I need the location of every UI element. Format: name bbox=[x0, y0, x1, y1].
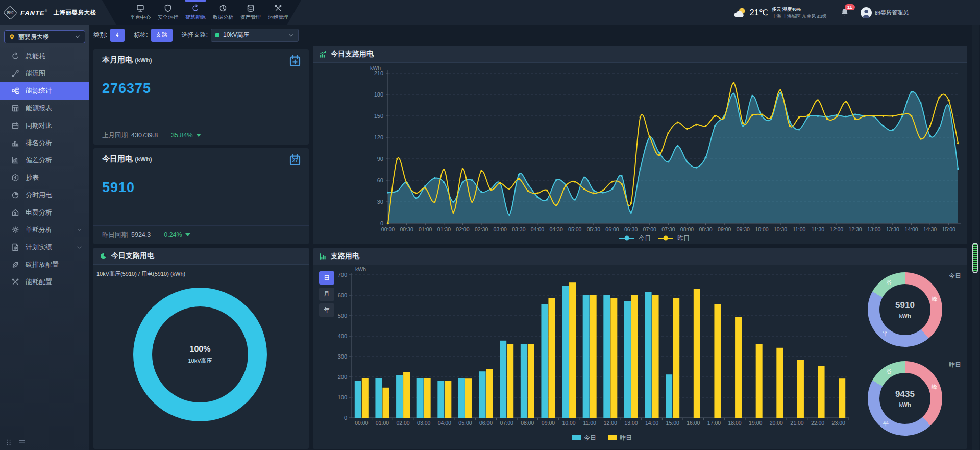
bar-yesterday-11:00[interactable] bbox=[590, 295, 597, 418]
sidebar-item-能耗配置[interactable]: 能耗配置 bbox=[0, 273, 89, 291]
bar-yesterday-05:00[interactable] bbox=[465, 378, 472, 418]
bar-yesterday-19:00[interactable] bbox=[756, 344, 763, 418]
nav-item-智慧能源[interactable]: 智慧能源 bbox=[183, 0, 208, 25]
svg-text:11:30: 11:30 bbox=[812, 226, 825, 232]
bar-today-06:00[interactable] bbox=[479, 371, 486, 418]
calendar-plus-icon[interactable] bbox=[288, 54, 302, 67]
branch-status-dot bbox=[215, 33, 219, 37]
bar-today-13:00[interactable] bbox=[624, 301, 631, 418]
nav-item-资产管理[interactable]: 资产管理 bbox=[238, 0, 263, 25]
bar-today-07:00[interactable] bbox=[500, 341, 506, 418]
bar-yesterday-23:00[interactable] bbox=[839, 378, 845, 418]
username[interactable]: 丽婴房管理员 bbox=[875, 9, 909, 16]
building-selector[interactable]: 丽婴房大楼 bbox=[4, 30, 85, 43]
tag-branch-button[interactable]: 支路 bbox=[151, 29, 173, 42]
legend-item-昨日[interactable]: 昨日 bbox=[658, 234, 690, 242]
legend-item-今日[interactable]: 今日 bbox=[572, 434, 596, 441]
nav-item-安全运行[interactable]: 安全运行 bbox=[155, 0, 181, 25]
slice-label-谷: 谷 bbox=[886, 368, 892, 375]
bar-today-05:00[interactable] bbox=[458, 378, 465, 418]
sidebar-item-抄表[interactable]: 抄表 bbox=[0, 169, 89, 186]
unit-consumption-icon bbox=[11, 226, 19, 234]
notification-badge: 11 bbox=[845, 4, 855, 10]
bar-yesterday-22:00[interactable] bbox=[818, 366, 825, 418]
svg-text:09:00: 09:00 bbox=[542, 420, 555, 426]
bar-yesterday-03:00[interactable] bbox=[424, 378, 431, 418]
bar-yesterday-12:00[interactable] bbox=[610, 298, 617, 418]
bar-today-01:00[interactable] bbox=[375, 378, 382, 418]
sidebar-item-电费分析[interactable]: 电费分析 bbox=[0, 204, 89, 221]
sidebar-item-label: 能耗配置 bbox=[26, 277, 52, 287]
dots-grid-icon[interactable] bbox=[5, 439, 12, 446]
bar-today-11:00[interactable] bbox=[583, 295, 590, 418]
sidebar-item-同期对比[interactable]: 同期对比 bbox=[0, 117, 89, 134]
list-icon[interactable] bbox=[18, 439, 26, 446]
bar-yesterday-18:00[interactable] bbox=[735, 317, 742, 418]
trend-down-icon bbox=[196, 134, 201, 137]
sidebar-item-能源报表[interactable]: 能源报表 bbox=[0, 100, 89, 117]
bar-today-02:00[interactable] bbox=[396, 375, 403, 418]
svg-text:100: 100 bbox=[338, 394, 347, 400]
scrollbar-thumb[interactable] bbox=[972, 243, 978, 273]
bar-yesterday-01:00[interactable] bbox=[382, 388, 389, 418]
svg-text:08:30: 08:30 bbox=[699, 226, 712, 232]
sidebar-item-总能耗[interactable]: 总能耗 bbox=[0, 48, 89, 65]
bar-today-03:00[interactable] bbox=[417, 378, 424, 418]
svg-text:0: 0 bbox=[380, 220, 383, 226]
calendar-day-icon[interactable]: 27 bbox=[288, 153, 302, 167]
nav-item-平台中心[interactable]: 平台中心 bbox=[128, 0, 153, 25]
notification-bell[interactable]: 11 bbox=[840, 8, 849, 18]
avatar[interactable] bbox=[861, 7, 872, 18]
bar-today-15:00[interactable] bbox=[666, 374, 672, 418]
nav-item-运维管理[interactable]: 运维管理 bbox=[265, 0, 291, 25]
branch-select[interactable]: 10kV高压 bbox=[211, 29, 299, 42]
tag-label: 标签: bbox=[134, 31, 148, 39]
sidebar-item-能源统计[interactable]: 能源统计 bbox=[0, 82, 89, 100]
category-electric-button[interactable] bbox=[110, 29, 125, 42]
sidebar-item-偏差分析[interactable]: 偏差分析 bbox=[0, 152, 89, 169]
legend-item-今日[interactable]: 今日 bbox=[619, 234, 651, 242]
today-card-title: 今日用电 (kWh) bbox=[102, 154, 152, 164]
total-energy-icon bbox=[11, 52, 19, 60]
svg-text:15:00: 15:00 bbox=[666, 420, 679, 426]
bar-yesterday-08:00[interactable] bbox=[528, 344, 534, 418]
bar-yesterday-14:00[interactable] bbox=[652, 295, 659, 418]
bar-today-10:00[interactable] bbox=[562, 286, 569, 418]
bar-yesterday-09:00[interactable] bbox=[548, 298, 555, 418]
chevron-down-icon bbox=[77, 227, 82, 233]
bar-yesterday-10:00[interactable] bbox=[569, 282, 576, 418]
bar-yesterday-00:00[interactable] bbox=[362, 378, 369, 418]
svg-text:30: 30 bbox=[377, 199, 383, 205]
nav-item-label: 运维管理 bbox=[268, 14, 288, 21]
month-card-title: 本月用电 (kWh) bbox=[102, 55, 152, 65]
weather-detail: 上海 上海城区 东南风 ≤3级 bbox=[772, 13, 827, 19]
bar-yesterday-21:00[interactable] bbox=[797, 360, 804, 418]
legend-item-昨日[interactable]: 昨日 bbox=[608, 434, 632, 441]
bar-today-12:00[interactable] bbox=[603, 295, 610, 418]
bar-yesterday-13:00[interactable] bbox=[631, 295, 638, 418]
sidebar-item-计划实绩[interactable]: 计划实绩 bbox=[0, 239, 89, 256]
bar-yesterday-07:00[interactable] bbox=[507, 344, 513, 418]
logo-icon: 风特 bbox=[3, 5, 17, 19]
bar-yesterday-04:00[interactable] bbox=[445, 381, 451, 418]
bar-today-08:00[interactable] bbox=[521, 344, 527, 418]
svg-text:90: 90 bbox=[377, 156, 383, 162]
sidebar-item-单耗分析[interactable]: 单耗分析 bbox=[0, 221, 89, 239]
bar-yesterday-20:00[interactable] bbox=[776, 348, 783, 418]
bar-yesterday-17:00[interactable] bbox=[714, 304, 721, 418]
bar-today-14:00[interactable] bbox=[645, 292, 652, 418]
bar-today-04:00[interactable] bbox=[437, 381, 444, 418]
sidebar-item-碳排放配置[interactable]: 碳排放配置 bbox=[0, 256, 89, 273]
bar-yesterday-15:00[interactable] bbox=[673, 298, 679, 418]
sidebar-item-分时用电[interactable]: 分时用电 bbox=[0, 186, 89, 204]
bar-yesterday-16:00[interactable] bbox=[694, 289, 700, 418]
bar-yesterday-06:00[interactable] bbox=[486, 369, 493, 418]
nav-item-数据分析[interactable]: 数据分析 bbox=[210, 0, 236, 25]
bar-today-09:00[interactable] bbox=[541, 304, 548, 418]
bar-today-00:00[interactable] bbox=[355, 381, 361, 418]
bar-yesterday-02:00[interactable] bbox=[403, 372, 410, 418]
sidebar-item-能流图[interactable]: 能流图 bbox=[0, 65, 89, 82]
svg-text:10:00: 10:00 bbox=[562, 420, 575, 426]
sidebar-item-排名分析[interactable]: 排名分析 bbox=[0, 134, 89, 152]
sidebar-item-label: 碳排放配置 bbox=[26, 260, 59, 269]
